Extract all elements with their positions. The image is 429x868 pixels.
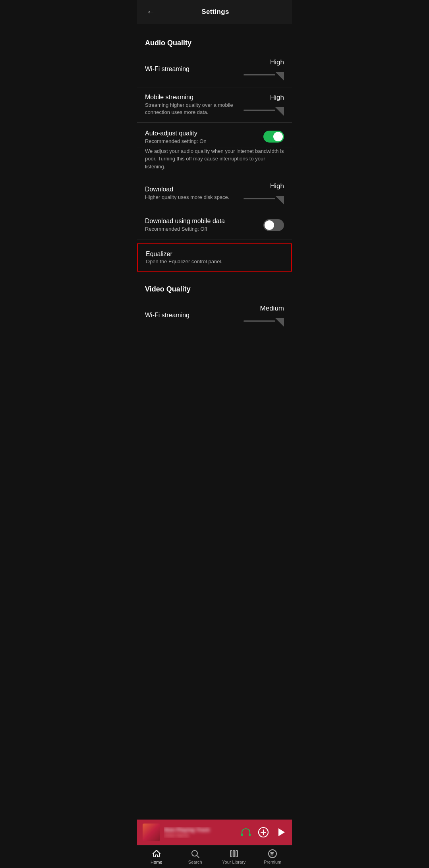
video-quality-section-header: Video Quality bbox=[137, 276, 292, 298]
video-wifi-streaming-row[interactable]: Wi-Fi streaming Medium bbox=[137, 298, 292, 333]
back-button[interactable]: ← bbox=[145, 5, 157, 19]
svg-marker-5 bbox=[278, 828, 285, 836]
nav-label-search: Search bbox=[188, 860, 202, 864]
nav-item-home[interactable]: Home bbox=[137, 849, 176, 864]
video-wifi-streaming-title: Wi-Fi streaming bbox=[145, 312, 243, 319]
wifi-streaming-value: High bbox=[270, 58, 284, 66]
download-mobile-recommended: Recommended Setting: Off bbox=[145, 226, 240, 233]
nav-label-library: Your Library bbox=[222, 860, 245, 864]
add-icon[interactable] bbox=[258, 827, 269, 838]
download-title: Download bbox=[145, 186, 243, 193]
nav-label-premium: Premium bbox=[264, 860, 281, 864]
download-mobile-label: Download using mobile data Recommended S… bbox=[145, 218, 263, 233]
video-wifi-dropdown-arrow bbox=[275, 318, 284, 327]
download-dropdown-arrow bbox=[275, 196, 284, 204]
auto-adjust-toggle[interactable] bbox=[263, 131, 284, 143]
download-mobile-title: Download using mobile data bbox=[145, 218, 263, 225]
wifi-streaming-quality: High bbox=[243, 58, 284, 81]
mobile-streaming-row[interactable]: Mobile streaming Streaming higher qualit… bbox=[137, 87, 292, 123]
download-subtitle: Higher quality uses more disk space. bbox=[145, 194, 240, 201]
svg-rect-1 bbox=[249, 833, 251, 836]
page-title: Settings bbox=[157, 8, 274, 16]
auto-adjust-recommended: Recommended setting: On bbox=[145, 138, 240, 145]
download-row[interactable]: Download Higher quality uses more disk s… bbox=[137, 176, 292, 211]
auto-adjust-toggle-thumb bbox=[273, 132, 283, 141]
download-mobile-row[interactable]: Download using mobile data Recommended S… bbox=[137, 211, 292, 239]
svg-rect-8 bbox=[230, 851, 232, 857]
mobile-streaming-label: Mobile streaming Streaming higher qualit… bbox=[145, 94, 243, 116]
svg-rect-9 bbox=[233, 851, 235, 857]
svg-line-7 bbox=[197, 856, 199, 858]
mobile-streaming-value: High bbox=[270, 94, 284, 102]
wifi-streaming-title: Wi-Fi streaming bbox=[145, 66, 243, 73]
video-wifi-streaming-value: Medium bbox=[260, 305, 284, 312]
mobile-streaming-quality: High bbox=[243, 94, 284, 116]
now-playing-title: Now Playing Track bbox=[164, 827, 240, 833]
video-wifi-streaming-quality: Medium bbox=[243, 305, 284, 327]
download-label: Download Higher quality uses more disk s… bbox=[145, 186, 243, 201]
bottom-navigation: Home Search Your Library Premium bbox=[137, 845, 292, 868]
mobile-streaming-dropdown-arrow bbox=[275, 107, 284, 116]
equalizer-subtitle: Open the Equalizer control panel. bbox=[146, 258, 283, 264]
now-playing-bar[interactable]: Now Playing Track Artist Name bbox=[137, 820, 292, 845]
header: ← Settings bbox=[137, 0, 292, 24]
mobile-streaming-title: Mobile streaming bbox=[145, 94, 243, 101]
download-value-wrap: High bbox=[243, 182, 284, 204]
auto-adjust-row[interactable]: Auto-adjust quality Recommended setting:… bbox=[137, 123, 292, 147]
download-value: High bbox=[270, 182, 284, 190]
home-icon bbox=[152, 849, 161, 858]
mobile-streaming-subtitle: Streaming higher quality over a mobile c… bbox=[145, 102, 240, 116]
svg-rect-0 bbox=[241, 833, 243, 836]
now-playing-artwork bbox=[143, 824, 160, 841]
equalizer-row[interactable]: Equalizer Open the Equalizer control pan… bbox=[137, 243, 292, 272]
wifi-streaming-label: Wi-Fi streaming bbox=[145, 66, 243, 73]
auto-adjust-title: Auto-adjust quality bbox=[145, 130, 263, 137]
wifi-streaming-dropdown-arrow bbox=[275, 72, 284, 81]
equalizer-title: Equalizer bbox=[146, 251, 283, 258]
now-playing-artist: Artist Name bbox=[164, 833, 240, 838]
download-quality: High bbox=[243, 182, 284, 204]
nav-label-home: Home bbox=[151, 860, 162, 864]
settings-content: Audio Quality Wi-Fi streaming High Mobil… bbox=[137, 24, 292, 405]
video-wifi-streaming-label: Wi-Fi streaming bbox=[145, 312, 243, 320]
nav-item-search[interactable]: Search bbox=[176, 849, 215, 864]
wifi-streaming-row[interactable]: Wi-Fi streaming High bbox=[137, 52, 292, 87]
play-icon[interactable] bbox=[275, 827, 286, 838]
mobile-streaming-value-wrap: High bbox=[243, 94, 284, 116]
headphones-icon[interactable] bbox=[240, 827, 251, 838]
download-mobile-toggle[interactable] bbox=[263, 219, 284, 231]
nav-item-library[interactable]: Your Library bbox=[214, 849, 253, 864]
auto-adjust-description: We adjust your audio quality when your i… bbox=[137, 147, 292, 176]
now-playing-info: Now Playing Track Artist Name bbox=[164, 827, 240, 838]
svg-rect-10 bbox=[236, 851, 238, 857]
nav-item-premium[interactable]: Premium bbox=[253, 849, 292, 864]
now-playing-controls bbox=[240, 827, 286, 838]
audio-quality-section-header: Audio Quality bbox=[137, 32, 292, 52]
wifi-streaming-value-wrap: High bbox=[243, 58, 284, 81]
library-icon bbox=[229, 849, 239, 858]
auto-adjust-label: Auto-adjust quality Recommended setting:… bbox=[145, 130, 263, 145]
video-wifi-streaming-value-wrap: Medium bbox=[243, 305, 284, 327]
search-icon bbox=[190, 849, 200, 858]
download-mobile-toggle-thumb bbox=[265, 220, 274, 230]
spotify-icon bbox=[268, 849, 277, 858]
